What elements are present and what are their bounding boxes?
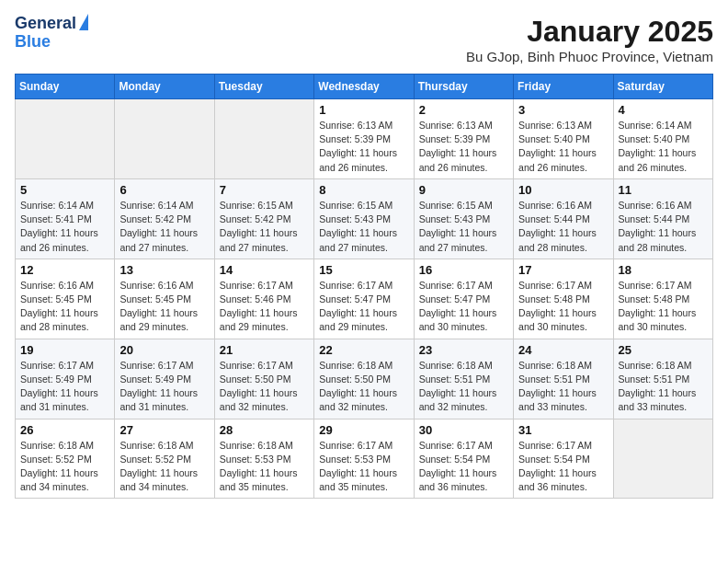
- calendar-week-row: 5Sunrise: 6:14 AMSunset: 5:41 PMDaylight…: [16, 178, 713, 259]
- day-number: 20: [119, 343, 209, 357]
- day-number: 8: [319, 183, 408, 197]
- day-number: 25: [619, 343, 708, 357]
- calendar-table: SundayMondayTuesdayWednesdayThursdayFrid…: [15, 74, 713, 499]
- day-info: Sunrise: 6:18 AMSunset: 5:52 PMDaylight:…: [20, 439, 109, 495]
- day-info: Sunrise: 6:17 AMSunset: 5:54 PMDaylight:…: [419, 439, 508, 495]
- day-info: Sunrise: 6:16 AMSunset: 5:45 PMDaylight:…: [119, 279, 209, 335]
- day-number: 5: [20, 183, 109, 197]
- day-info: Sunrise: 6:17 AMSunset: 5:48 PMDaylight:…: [619, 279, 708, 335]
- weekday-header: Tuesday: [214, 75, 313, 99]
- day-info: Sunrise: 6:13 AMSunset: 5:39 PMDaylight:…: [319, 119, 408, 175]
- day-info: Sunrise: 6:16 AMSunset: 5:44 PMDaylight:…: [518, 199, 608, 255]
- calendar-cell: 30Sunrise: 6:17 AMSunset: 5:54 PMDayligh…: [414, 419, 513, 499]
- logo: General Blue: [15, 15, 88, 52]
- day-number: 22: [319, 343, 408, 357]
- day-info: Sunrise: 6:18 AMSunset: 5:51 PMDaylight:…: [619, 359, 708, 415]
- day-number: 26: [20, 423, 109, 437]
- day-info: Sunrise: 6:16 AMSunset: 5:44 PMDaylight:…: [619, 199, 708, 255]
- calendar-cell: 19Sunrise: 6:17 AMSunset: 5:49 PMDayligh…: [16, 339, 115, 419]
- calendar-cell: 27Sunrise: 6:18 AMSunset: 5:52 PMDayligh…: [115, 419, 214, 499]
- calendar-cell: 31Sunrise: 6:17 AMSunset: 5:54 PMDayligh…: [514, 419, 613, 499]
- weekday-header: Wednesday: [314, 75, 414, 99]
- calendar-cell: 10Sunrise: 6:16 AMSunset: 5:44 PMDayligh…: [514, 178, 613, 259]
- day-info: Sunrise: 6:16 AMSunset: 5:45 PMDaylight:…: [20, 279, 109, 335]
- calendar-cell: 26Sunrise: 6:18 AMSunset: 5:52 PMDayligh…: [16, 419, 115, 499]
- calendar-cell: 5Sunrise: 6:14 AMSunset: 5:41 PMDaylight…: [16, 178, 115, 259]
- day-info: Sunrise: 6:18 AMSunset: 5:53 PMDaylight:…: [220, 439, 309, 495]
- day-number: 7: [220, 183, 309, 197]
- calendar-cell: 6Sunrise: 6:14 AMSunset: 5:42 PMDaylight…: [115, 178, 214, 259]
- day-number: 11: [619, 183, 708, 197]
- calendar-cell: 25Sunrise: 6:18 AMSunset: 5:51 PMDayligh…: [613, 339, 712, 419]
- weekday-header: Saturday: [613, 75, 712, 99]
- day-number: 17: [518, 263, 608, 277]
- day-info: Sunrise: 6:17 AMSunset: 5:53 PMDaylight:…: [319, 439, 408, 495]
- day-info: Sunrise: 6:18 AMSunset: 5:52 PMDaylight:…: [119, 439, 209, 495]
- day-number: 4: [619, 103, 708, 117]
- location: Bu GJop, Binh Phuoc Province, Vietnam: [466, 49, 713, 64]
- day-number: 28: [220, 423, 309, 437]
- calendar-cell: 23Sunrise: 6:18 AMSunset: 5:51 PMDayligh…: [414, 339, 513, 419]
- calendar-cell: 1Sunrise: 6:13 AMSunset: 5:39 PMDaylight…: [314, 99, 414, 179]
- day-info: Sunrise: 6:17 AMSunset: 5:49 PMDaylight:…: [119, 359, 209, 415]
- day-number: 18: [619, 263, 708, 277]
- calendar-cell: 8Sunrise: 6:15 AMSunset: 5:43 PMDaylight…: [314, 178, 414, 259]
- day-number: 24: [518, 343, 608, 357]
- day-number: 16: [419, 263, 508, 277]
- calendar-cell: [16, 99, 115, 179]
- day-info: Sunrise: 6:15 AMSunset: 5:43 PMDaylight:…: [419, 199, 508, 255]
- day-info: Sunrise: 6:14 AMSunset: 5:40 PMDaylight:…: [619, 119, 708, 175]
- calendar-cell: [214, 99, 313, 179]
- day-info: Sunrise: 6:18 AMSunset: 5:51 PMDaylight:…: [518, 359, 608, 415]
- calendar-cell: 4Sunrise: 6:14 AMSunset: 5:40 PMDaylight…: [613, 99, 712, 179]
- calendar-cell: 22Sunrise: 6:18 AMSunset: 5:50 PMDayligh…: [314, 339, 414, 419]
- calendar-cell: 20Sunrise: 6:17 AMSunset: 5:49 PMDayligh…: [115, 339, 214, 419]
- calendar-cell: 24Sunrise: 6:18 AMSunset: 5:51 PMDayligh…: [514, 339, 613, 419]
- weekday-header: Friday: [514, 75, 613, 99]
- day-info: Sunrise: 6:13 AMSunset: 5:39 PMDaylight:…: [419, 119, 508, 175]
- month-title: January 2025: [466, 15, 713, 49]
- day-info: Sunrise: 6:14 AMSunset: 5:42 PMDaylight:…: [119, 199, 209, 255]
- weekday-header: Monday: [115, 75, 214, 99]
- calendar-week-row: 12Sunrise: 6:16 AMSunset: 5:45 PMDayligh…: [16, 259, 713, 339]
- logo-text-blue: Blue: [15, 33, 51, 52]
- calendar-cell: 17Sunrise: 6:17 AMSunset: 5:48 PMDayligh…: [514, 259, 613, 339]
- day-info: Sunrise: 6:17 AMSunset: 5:46 PMDaylight:…: [220, 279, 309, 335]
- day-info: Sunrise: 6:17 AMSunset: 5:49 PMDaylight:…: [20, 359, 109, 415]
- day-number: 27: [119, 423, 209, 437]
- calendar-cell: 21Sunrise: 6:17 AMSunset: 5:50 PMDayligh…: [214, 339, 313, 419]
- calendar-cell: 14Sunrise: 6:17 AMSunset: 5:46 PMDayligh…: [214, 259, 313, 339]
- day-number: 9: [419, 183, 508, 197]
- calendar-cell: 12Sunrise: 6:16 AMSunset: 5:45 PMDayligh…: [16, 259, 115, 339]
- day-number: 15: [319, 263, 408, 277]
- calendar-cell: [115, 99, 214, 179]
- calendar-cell: 29Sunrise: 6:17 AMSunset: 5:53 PMDayligh…: [314, 419, 414, 499]
- day-info: Sunrise: 6:15 AMSunset: 5:43 PMDaylight:…: [319, 199, 408, 255]
- day-number: 1: [319, 103, 408, 117]
- calendar-week-row: 19Sunrise: 6:17 AMSunset: 5:49 PMDayligh…: [16, 339, 713, 419]
- logo-text-general: General: [15, 15, 76, 33]
- day-number: 13: [119, 263, 209, 277]
- day-info: Sunrise: 6:18 AMSunset: 5:51 PMDaylight:…: [419, 359, 508, 415]
- day-info: Sunrise: 6:18 AMSunset: 5:50 PMDaylight:…: [319, 359, 408, 415]
- day-info: Sunrise: 6:14 AMSunset: 5:41 PMDaylight:…: [20, 199, 109, 255]
- day-number: 21: [220, 343, 309, 357]
- calendar-week-row: 1Sunrise: 6:13 AMSunset: 5:39 PMDaylight…: [16, 99, 713, 179]
- page-header: General Blue January 2025 Bu GJop, Binh …: [15, 15, 713, 64]
- calendar-cell: 15Sunrise: 6:17 AMSunset: 5:47 PMDayligh…: [314, 259, 414, 339]
- day-number: 14: [220, 263, 309, 277]
- day-number: 6: [119, 183, 209, 197]
- weekday-header: Thursday: [414, 75, 513, 99]
- calendar-cell: 13Sunrise: 6:16 AMSunset: 5:45 PMDayligh…: [115, 259, 214, 339]
- day-info: Sunrise: 6:17 AMSunset: 5:47 PMDaylight:…: [419, 279, 508, 335]
- day-number: 19: [20, 343, 109, 357]
- calendar-cell: 18Sunrise: 6:17 AMSunset: 5:48 PMDayligh…: [613, 259, 712, 339]
- calendar-cell: 3Sunrise: 6:13 AMSunset: 5:40 PMDaylight…: [514, 99, 613, 179]
- day-info: Sunrise: 6:17 AMSunset: 5:48 PMDaylight:…: [518, 279, 608, 335]
- day-number: 10: [518, 183, 608, 197]
- day-info: Sunrise: 6:17 AMSunset: 5:54 PMDaylight:…: [518, 439, 608, 495]
- calendar-cell: 7Sunrise: 6:15 AMSunset: 5:42 PMDaylight…: [214, 178, 313, 259]
- calendar-cell: 11Sunrise: 6:16 AMSunset: 5:44 PMDayligh…: [613, 178, 712, 259]
- calendar-cell: [613, 419, 712, 499]
- calendar-cell: 28Sunrise: 6:18 AMSunset: 5:53 PMDayligh…: [214, 419, 313, 499]
